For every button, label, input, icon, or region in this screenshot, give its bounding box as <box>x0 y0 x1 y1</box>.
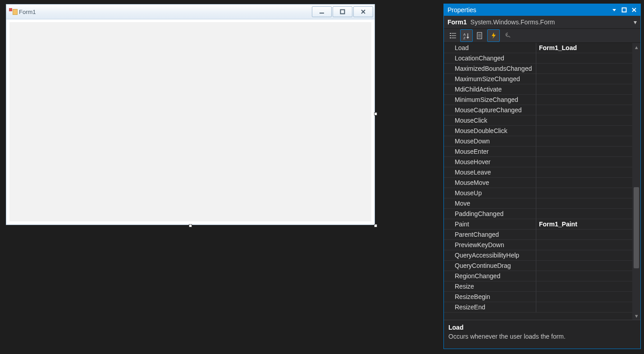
properties-button[interactable] <box>474 29 486 42</box>
scrollbar[interactable]: ▴ ▾ <box>632 43 640 320</box>
event-value[interactable] <box>536 178 632 188</box>
properties-header[interactable]: Properties <box>444 4 640 16</box>
window-position-button[interactable] <box>610 5 619 14</box>
svg-rect-11 <box>452 35 456 36</box>
svg-rect-12 <box>450 37 451 38</box>
event-name: MaximizedBoundsChanged <box>444 64 536 74</box>
event-value[interactable] <box>536 230 632 240</box>
event-row[interactable]: LocationChanged <box>444 53 632 64</box>
event-row[interactable]: MouseClick <box>444 115 632 126</box>
alphabetical-button[interactable]: A Z <box>460 29 473 42</box>
event-value[interactable] <box>536 147 632 157</box>
event-row[interactable]: MdiChildActivate <box>444 84 632 95</box>
close-panel-button[interactable] <box>630 5 639 14</box>
event-row[interactable]: PreviewKeyDown <box>444 240 632 250</box>
resize-handle-bottom[interactable] <box>189 224 192 227</box>
event-name: MouseClick <box>444 115 536 126</box>
scroll-thumb[interactable] <box>634 187 639 268</box>
event-row[interactable]: MinimumSizeChanged <box>444 95 632 105</box>
event-value[interactable] <box>536 53 632 64</box>
event-row[interactable]: ResizeEnd <box>444 302 632 313</box>
event-name: MouseUp <box>444 188 536 198</box>
event-row[interactable]: ResizeBegin <box>444 292 632 302</box>
svg-rect-8 <box>450 33 451 34</box>
resize-handle-corner[interactable] <box>374 224 377 227</box>
event-name: ResizeEnd <box>444 302 536 313</box>
event-value[interactable] <box>536 292 632 302</box>
event-value[interactable] <box>536 84 632 95</box>
object-selector[interactable]: Form1 System.Windows.Forms.Form ▾ <box>444 16 640 29</box>
event-row[interactable]: MouseLeave <box>444 167 632 178</box>
event-row[interactable]: MouseCaptureChanged <box>444 105 632 115</box>
event-value[interactable] <box>536 167 632 178</box>
event-name: Move <box>444 198 536 209</box>
event-name: Paint <box>444 219 536 230</box>
event-row[interactable]: Resize <box>444 281 632 292</box>
property-pages-button[interactable] <box>501 29 513 42</box>
resize-handle-right[interactable] <box>374 112 377 115</box>
maximize-panel-button[interactable] <box>620 5 629 14</box>
event-value[interactable]: Form1_Load <box>536 43 632 53</box>
event-value[interactable] <box>536 281 632 292</box>
events-button[interactable] <box>487 29 500 42</box>
event-value[interactable] <box>536 261 632 271</box>
event-row[interactable]: MouseDoubleClick <box>444 126 632 136</box>
event-row[interactable]: ParentChanged <box>444 230 632 240</box>
event-row[interactable]: MouseUp <box>444 188 632 198</box>
svg-marker-17 <box>466 37 469 39</box>
event-name: MouseCaptureChanged <box>444 105 536 115</box>
event-value[interactable] <box>536 95 632 105</box>
event-value[interactable] <box>536 271 632 281</box>
event-value[interactable] <box>536 198 632 209</box>
event-value[interactable] <box>536 240 632 250</box>
event-value[interactable] <box>536 250 632 261</box>
form-client-area[interactable] <box>9 22 371 221</box>
event-name: PaddingChanged <box>444 209 536 219</box>
event-name: ResizeBegin <box>444 292 536 302</box>
event-value[interactable] <box>536 115 632 126</box>
event-value[interactable] <box>536 188 632 198</box>
event-row[interactable]: MouseHover <box>444 157 632 167</box>
event-value[interactable] <box>536 136 632 147</box>
event-value[interactable] <box>536 64 632 74</box>
event-row[interactable]: MouseMove <box>444 178 632 188</box>
events-grid[interactable]: LoadForm1_LoadLocationChangedMaximizedBo… <box>444 43 632 320</box>
minimize-button[interactable] <box>312 6 332 17</box>
event-value[interactable]: Form1_Paint <box>536 219 632 230</box>
close-button[interactable] <box>353 6 373 17</box>
event-row[interactable]: Move <box>444 198 632 209</box>
scroll-down-button[interactable]: ▾ <box>632 312 640 320</box>
event-value[interactable] <box>536 302 632 313</box>
event-row[interactable]: PaddingChanged <box>444 209 632 219</box>
svg-rect-10 <box>450 35 451 36</box>
event-row[interactable]: MaximizedBoundsChanged <box>444 64 632 74</box>
designer-form[interactable]: Form1 <box>6 4 375 225</box>
event-value[interactable] <box>536 157 632 167</box>
description-name: Load <box>448 324 636 331</box>
event-row[interactable]: QueryAccessibilityHelp <box>444 250 632 261</box>
event-value[interactable] <box>536 105 632 115</box>
event-name: MouseEnter <box>444 147 536 157</box>
event-row[interactable]: QueryContinueDrag <box>444 261 632 271</box>
event-name: RegionChanged <box>444 271 536 281</box>
svg-rect-13 <box>452 37 456 38</box>
properties-panel: Properties Form1 System.Windows.Forms.Fo… <box>443 4 641 349</box>
event-name: MdiChildActivate <box>444 84 536 95</box>
event-value[interactable] <box>536 74 632 84</box>
event-row[interactable]: LoadForm1_Load <box>444 43 632 53</box>
maximize-button[interactable] <box>333 6 352 17</box>
event-value[interactable] <box>536 209 632 219</box>
event-row[interactable]: MaximumSizeChanged <box>444 74 632 84</box>
properties-title: Properties <box>448 6 609 14</box>
svg-marker-22 <box>492 32 496 39</box>
chevron-down-icon: ▾ <box>634 18 637 26</box>
event-row[interactable]: RegionChanged <box>444 271 632 281</box>
event-row[interactable]: MouseDown <box>444 136 632 147</box>
event-value[interactable] <box>536 126 632 136</box>
event-row[interactable]: PaintForm1_Paint <box>444 219 632 230</box>
categorized-button[interactable] <box>447 29 459 42</box>
event-row[interactable]: MouseEnter <box>444 147 632 157</box>
description-text: Occurs whenever the user loads the form. <box>448 333 636 340</box>
form-titlebar[interactable]: Form1 <box>6 5 375 19</box>
scroll-up-button[interactable]: ▴ <box>632 43 640 51</box>
